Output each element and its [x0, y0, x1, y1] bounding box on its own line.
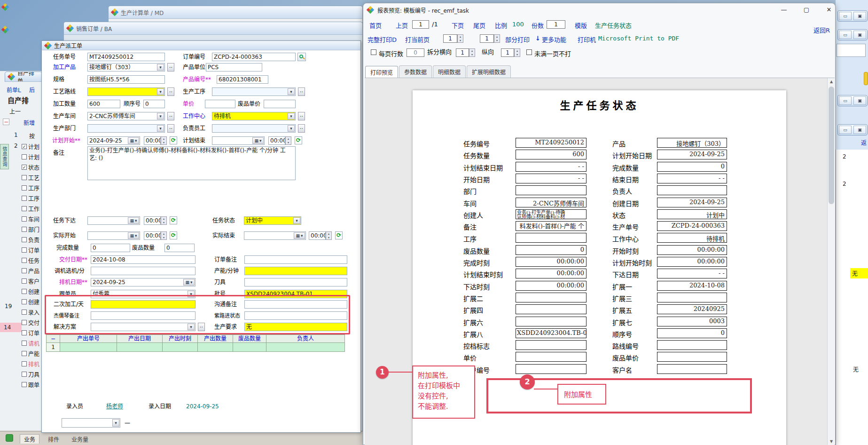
workshop-combo[interactable]: 2-CNC苏师傅车间▾ [87, 112, 165, 120]
unchecked-checkbox-icon[interactable] [22, 175, 27, 180]
plan-end-time[interactable]: 00:00 [268, 136, 285, 145]
partial-print-link[interactable]: 部分打印 [505, 35, 530, 44]
sidebar-checkbox-item[interactable]: 部门 [22, 224, 41, 234]
remark-textarea[interactable]: 业务()-打生产单()-待确认师傅()-材料备料()-材料发料()-首样()-产… [87, 146, 296, 180]
qty-input[interactable]: 600 [87, 100, 120, 108]
split-v-spinner[interactable]: ▴▾ [514, 48, 520, 57]
sidebar-row-number[interactable]: 2 [14, 143, 18, 149]
rows-per-page-checkbox[interactable] [371, 49, 376, 55]
order-remark-input[interactable] [244, 255, 347, 264]
calendar-icon[interactable]: ▦▾ [128, 217, 139, 224]
sidebar-pink-row[interactable]: 14 [0, 323, 22, 332]
sidebar-checkbox-item[interactable]: 录入 [22, 307, 41, 317]
bottom-combo[interactable]: ▾ [62, 418, 120, 428]
full-print-link[interactable]: 完整打印D [368, 35, 397, 44]
time-spinner[interactable]: ▴▾ [285, 136, 291, 145]
seq-input[interactable]: 0 [143, 100, 165, 108]
route-more-button[interactable]: .. [167, 87, 174, 96]
sidebar-checkbox-item[interactable]: 创建 [22, 286, 41, 296]
copies-input[interactable]: 1 [547, 20, 565, 29]
product-more-button[interactable]: .. [167, 63, 174, 72]
page-input[interactable]: 1 [412, 20, 429, 29]
minimize-icon[interactable]: ▭ [839, 31, 852, 39]
comm-remark-input[interactable] [244, 300, 347, 309]
unchecked-checkbox-icon[interactable] [22, 278, 27, 284]
solution-combo[interactable]: ▾ [91, 323, 195, 331]
sidebar-checkbox-item[interactable]: ✓状态 [22, 162, 41, 172]
checked-checkbox-icon[interactable]: ✓ [22, 165, 27, 170]
unchecked-checkbox-icon[interactable] [22, 341, 27, 346]
copies-link[interactable]: 份数 [532, 21, 544, 30]
sidebar-checkbox-item[interactable]: ✓计划 [22, 141, 41, 151]
calendar-icon[interactable]: ▦▾ [252, 137, 264, 144]
done-qty-input[interactable]: 0 [91, 244, 130, 252]
minimize-icon[interactable]: ▭ [839, 126, 852, 134]
maximize-icon[interactable]: ▣ [853, 31, 866, 39]
calendar-icon[interactable]: ▦▾ [294, 232, 305, 239]
chevron-down-icon[interactable]: ▾ [112, 419, 119, 427]
sidebar-checkbox-item[interactable]: 订单 [22, 245, 41, 255]
actual-end-date[interactable]: ▦▾ [244, 231, 306, 240]
no-fill-checkbox[interactable] [526, 49, 532, 55]
unchecked-checkbox-icon[interactable] [22, 351, 27, 356]
dept-combo[interactable]: ▾ [87, 124, 165, 133]
sidebar-checkbox-item[interactable]: 工序 [22, 193, 41, 203]
sidebar-checkbox-item[interactable]: 刀具 [22, 369, 41, 379]
dispatch-date[interactable]: ▦▾ [87, 216, 140, 225]
unchecked-checkbox-icon[interactable] [22, 258, 27, 263]
mdi-window-buttons[interactable]: ▭▣ [837, 10, 868, 22]
time-spinner[interactable]: ▴▾ [326, 231, 332, 240]
calendar-icon[interactable]: ▦▾ [128, 137, 139, 144]
workcenter-combo[interactable]: 待排机▾ [212, 112, 296, 120]
sidebar-checkbox-item[interactable]: 负责 [22, 234, 41, 245]
sidebar-checkbox-item[interactable]: 排机 [22, 358, 41, 369]
bottom-tab-business[interactable]: 业务 [20, 434, 39, 444]
unchecked-checkbox-icon[interactable] [22, 206, 27, 211]
scroll-up-icon[interactable]: ▲ [828, 78, 835, 86]
sidebar-checkbox-item[interactable]: 客户 [22, 276, 41, 286]
sidebar-checkbox-item[interactable]: 任务 [22, 255, 41, 265]
sidebar-checkbox-item[interactable]: 创建 [22, 296, 41, 307]
workshop-more-button[interactable]: .. [167, 112, 174, 120]
chevron-down-icon[interactable]: ▾ [157, 88, 164, 95]
prev-record-link[interactable]: 前单L [7, 86, 21, 94]
chevron-down-icon[interactable]: ▾ [293, 217, 300, 224]
unchecked-checkbox-icon[interactable] [22, 299, 27, 304]
progress-status-input[interactable] [244, 311, 347, 320]
workcenter-more-button[interactable]: .. [298, 112, 305, 120]
info-query-tab[interactable]: 信息查询 [0, 144, 9, 169]
maximize-icon[interactable]: ▣ [853, 12, 866, 20]
unchecked-checkbox-icon[interactable] [22, 268, 27, 273]
output-col-header[interactable]: 产出时刻 [162, 334, 198, 343]
bottom-tab-volume[interactable]: 业务量 [69, 435, 91, 444]
unchecked-checkbox-icon[interactable] [22, 237, 27, 242]
next-page-link[interactable]: 下页 [452, 21, 464, 30]
price-input[interactable] [205, 100, 235, 108]
sidebar-checkbox-item[interactable]: 计划 [22, 151, 41, 162]
form-titlebar[interactable]: 生产派工单 [42, 41, 360, 50]
print-to-spinner[interactable]: ▴▾ [494, 34, 500, 43]
scale-link[interactable]: 比例 [495, 21, 507, 30]
window-ba-titlebar[interactable]: 销售订单 / BA [63, 22, 363, 35]
collapse-icon[interactable]: − [3, 119, 9, 125]
scrap-qty-input[interactable]: 0 [164, 244, 195, 252]
minimize-icon[interactable]: ▭ [839, 96, 852, 105]
output-cell[interactable] [162, 342, 198, 352]
maximize-icon[interactable]: ▢ [798, 5, 814, 16]
maximize-icon[interactable]: ▣ [853, 126, 866, 134]
unchecked-checkbox-icon[interactable] [22, 185, 27, 191]
tab-detail-data[interactable]: 明细数据 [433, 65, 466, 78]
entry-by-value[interactable]: 杨老师 [106, 403, 123, 411]
minimize-icon[interactable]: — [776, 5, 792, 16]
more-functions-link[interactable]: 更多功能 [542, 35, 566, 44]
scrap-price-input[interactable] [264, 100, 296, 108]
chevron-down-icon[interactable]: ▾ [188, 291, 195, 297]
first-page-link[interactable]: 首页 [369, 21, 382, 30]
requirement-input[interactable]: 无 [244, 323, 347, 331]
unchecked-checkbox-icon[interactable] [22, 361, 27, 366]
chevron-down-icon[interactable]: ▾ [157, 64, 164, 71]
dispatch-time[interactable]: 00:00 [144, 216, 161, 225]
solution-more-button[interactable]: .. [198, 323, 205, 331]
spec-input[interactable]: 按图纸H5.5*56 [87, 75, 165, 84]
product-combo[interactable]: 接地螺钉（303）▾ [87, 63, 165, 72]
